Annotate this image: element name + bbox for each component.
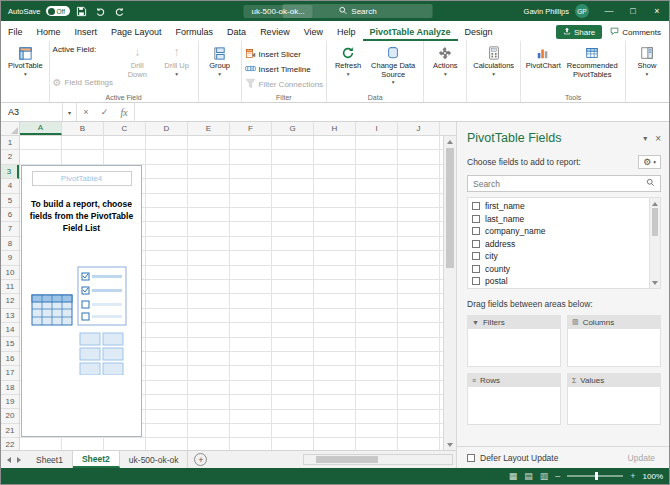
values-area[interactable]: Σ Values (567, 373, 661, 425)
enter-icon[interactable]: ✓ (101, 107, 109, 117)
field-settings-button[interactable]: ⚙ Field Settings (53, 75, 116, 89)
column-header-h[interactable]: H (314, 122, 356, 135)
field-checkbox-city[interactable] (472, 252, 480, 260)
add-sheet-button[interactable]: + (194, 453, 207, 466)
zoom-in-icon[interactable]: + (630, 471, 635, 481)
minimize-button[interactable]: — (597, 1, 621, 21)
insert-slicer-button[interactable]: Insert Slicer (245, 47, 323, 61)
ribbon-tab-pivottable-analyze[interactable]: PivotTable Analyze (363, 24, 458, 41)
close-button[interactable]: × (645, 1, 669, 21)
ribbon-tab-review[interactable]: Review (253, 24, 297, 41)
column-header-f[interactable]: F (230, 122, 272, 135)
row-header-12[interactable]: 12 (1, 294, 19, 308)
ribbon-tab-home[interactable]: Home (30, 24, 68, 41)
column-header-a[interactable]: A (20, 122, 62, 135)
row-header-11[interactable]: 11 (1, 280, 19, 294)
field-item-county[interactable]: county (468, 263, 649, 276)
row-header-18[interactable]: 18 (1, 381, 19, 395)
formula-input[interactable] (135, 103, 669, 121)
column-header-e[interactable]: E (188, 122, 230, 135)
sheet-nav-left-icon[interactable] (7, 457, 11, 463)
undo-icon[interactable] (94, 4, 108, 18)
pivottable-button[interactable]: PivotTable ▾ (5, 43, 46, 77)
row-header-8[interactable]: 8 (1, 237, 19, 251)
row-header-9[interactable]: 9 (1, 251, 19, 265)
comments-button[interactable]: Comments (610, 27, 661, 38)
row-header-20[interactable]: 20 (1, 409, 19, 423)
column-header-b[interactable]: B (62, 122, 104, 135)
search-box[interactable]: Search (283, 4, 433, 18)
sheet-tab-sheet2[interactable]: Sheet2 (73, 451, 120, 468)
row-header-16[interactable]: 16 (1, 352, 19, 366)
field-item-address[interactable]: address (468, 238, 649, 251)
column-header-g[interactable]: G (272, 122, 314, 135)
column-header-j[interactable]: J (398, 122, 440, 135)
update-button[interactable]: Update (622, 451, 661, 465)
ribbon-tab-view[interactable]: View (297, 24, 330, 41)
pane-close-icon[interactable]: × (655, 133, 661, 144)
rows-drop-zone[interactable] (467, 387, 561, 425)
page-layout-view-icon[interactable]: ▤ (524, 471, 533, 481)
field-item-first-name[interactable]: first_name (468, 200, 649, 213)
select-all-corner[interactable] (1, 122, 20, 135)
insert-function-icon[interactable]: fx (121, 107, 128, 118)
field-checkbox-last-name[interactable] (472, 215, 480, 223)
zoom-slider[interactable] (567, 475, 623, 477)
pane-options-icon[interactable]: ▾ (643, 134, 647, 143)
recommended-pivottables-button[interactable]: Recommended PivotTables (562, 43, 622, 79)
zoom-slider-thumb[interactable] (595, 472, 598, 480)
row-header-10[interactable]: 10 (1, 266, 19, 280)
grid-cells[interactable]: PivotTable4 To build a report, choose fi… (20, 136, 443, 450)
vertical-scrollbar[interactable] (443, 136, 456, 450)
redo-icon[interactable] (113, 4, 127, 18)
row-header-22[interactable]: 22 (1, 438, 19, 450)
ribbon-tab-design[interactable]: Design (458, 24, 500, 41)
field-item-company-name[interactable]: company_name (468, 225, 649, 238)
cancel-icon[interactable]: × (83, 107, 88, 117)
vertical-scroll-thumb[interactable] (446, 148, 454, 268)
row-header-19[interactable]: 19 (1, 395, 19, 409)
show-button[interactable]: Show ▾ (629, 43, 665, 77)
field-item-city[interactable]: city (468, 250, 649, 263)
sheet-nav-right-icon[interactable] (17, 457, 21, 463)
user-name[interactable]: Gavin Phillips (524, 7, 569, 16)
autosave-toggle[interactable]: Off (46, 6, 70, 16)
defer-layout-checkbox[interactable] (467, 454, 475, 462)
row-header-14[interactable]: 14 (1, 323, 19, 337)
columns-drop-zone[interactable] (567, 329, 661, 367)
row-header-2[interactable]: 2 (1, 150, 19, 164)
fields-options-button[interactable]: ⚙ ▾ (638, 155, 661, 169)
field-checkbox-address[interactable] (472, 240, 480, 248)
ribbon-tab-data[interactable]: Data (220, 24, 253, 41)
normal-view-icon[interactable]: ▦ (509, 471, 518, 481)
row-header-1[interactable]: 1 (1, 136, 19, 150)
scroll-down-icon[interactable] (444, 439, 456, 450)
field-checkbox-postal[interactable] (472, 277, 480, 285)
row-header-3[interactable]: 3 (1, 165, 19, 179)
row-header-17[interactable]: 17 (1, 366, 19, 380)
ribbon-tab-page-layout[interactable]: Page Layout (104, 24, 169, 41)
page-break-view-icon[interactable]: ▥ (540, 471, 549, 481)
row-header-15[interactable]: 15 (1, 337, 19, 351)
scroll-down-icon[interactable] (650, 277, 660, 288)
field-item-postal[interactable]: postal (468, 275, 649, 288)
field-checkbox-county[interactable] (472, 265, 480, 273)
drill-up-button[interactable]: ↑ Drill Up ▾ (159, 43, 195, 77)
insert-timeline-button[interactable]: Insert Timeline (245, 62, 323, 76)
name-box-chevron-icon[interactable]: ▾ (63, 103, 77, 121)
drill-down-button[interactable]: ↓ Drill Down (118, 43, 157, 79)
fields-search-input[interactable] (473, 179, 646, 189)
refresh-button[interactable]: Refresh ▾ (330, 43, 366, 77)
change-data-source-button[interactable]: Change Data Source ▾ (366, 43, 420, 86)
ribbon-tab-insert[interactable]: Insert (68, 24, 105, 41)
field-list-scrollbar[interactable] (649, 198, 660, 288)
zoom-level[interactable]: 100% (643, 472, 663, 481)
filters-area[interactable]: ▼ Filters (467, 315, 561, 367)
share-button[interactable]: Share (556, 25, 602, 39)
field-checkbox-company-name[interactable] (472, 227, 480, 235)
ribbon-tab-formulas[interactable]: Formulas (169, 24, 221, 41)
field-item-last-name[interactable]: last_name (468, 213, 649, 226)
row-header-6[interactable]: 6 (1, 208, 19, 222)
group-button[interactable]: Group ▾ (202, 43, 238, 77)
row-header-4[interactable]: 4 (1, 179, 19, 193)
